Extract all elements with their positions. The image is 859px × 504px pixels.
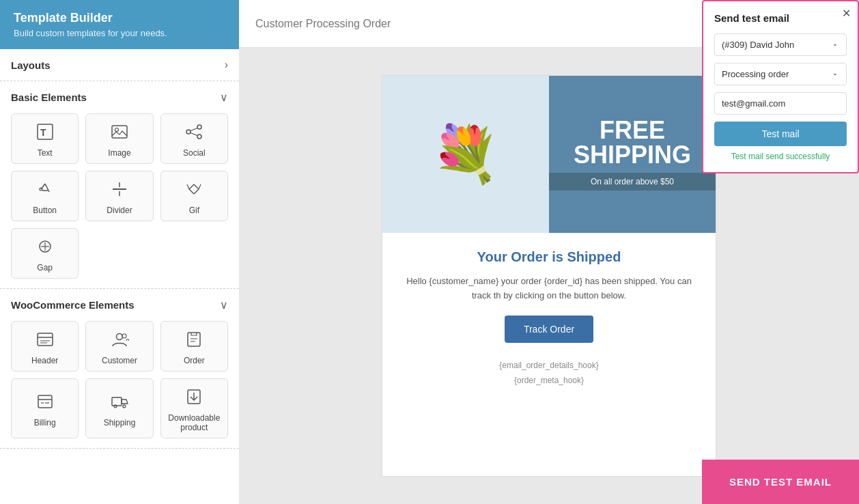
woo-order-icon bbox=[184, 330, 203, 352]
divider-element-icon bbox=[110, 180, 129, 201]
email-body-text: Hello {customer_name} your order {order_… bbox=[403, 275, 695, 303]
basic-elements-chevron-icon: ∨ bbox=[220, 91, 228, 104]
email-canvas: 💐 FREE SHIPPING On all order above $50 Y… bbox=[382, 75, 716, 477]
svg-text:T: T bbox=[40, 127, 46, 138]
woo-billing-label: Billing bbox=[34, 418, 56, 428]
woo-header-label: Header bbox=[31, 356, 58, 365]
order-type-select[interactable]: Processing order Completed order Cancell… bbox=[714, 63, 847, 85]
woo-customer[interactable]: Customer bbox=[85, 321, 153, 372]
send-test-panel-wrapper: ✕ Send test email (#309) David John (#31… bbox=[702, 0, 859, 504]
layouts-arrow-icon: › bbox=[225, 59, 228, 71]
svg-rect-2 bbox=[112, 126, 127, 138]
woo-shipping-label: Shipping bbox=[104, 418, 136, 428]
svg-point-36 bbox=[114, 405, 117, 408]
gif-element-icon bbox=[184, 180, 203, 201]
basic-elements-section: Basic Elements ∨ T Text bbox=[0, 81, 239, 289]
woo-billing-icon bbox=[36, 392, 55, 414]
woo-billing[interactable]: Billing bbox=[11, 378, 79, 438]
vase-image: 💐 bbox=[432, 122, 500, 186]
button-element-label: Button bbox=[33, 206, 57, 215]
woo-section-header[interactable]: WooCommerce Elements ∨ bbox=[11, 298, 228, 311]
text-element-label: Text bbox=[38, 148, 53, 158]
offer-text: On all order above $50 bbox=[549, 173, 716, 191]
image-element-label: Image bbox=[108, 148, 130, 158]
send-test-email-cta[interactable]: SEND TEST EMAIL bbox=[702, 460, 859, 504]
woo-shipping[interactable]: Shipping bbox=[85, 378, 153, 438]
element-image[interactable]: Image bbox=[85, 113, 153, 164]
woo-order-label: Order bbox=[184, 356, 205, 365]
test-mail-button[interactable]: Test mail bbox=[714, 122, 847, 146]
element-gap[interactable]: Gap bbox=[11, 228, 79, 279]
svg-line-16 bbox=[194, 189, 199, 194]
element-button[interactable]: Button bbox=[11, 171, 79, 221]
woo-elements-grid: Header Customer bbox=[11, 321, 228, 438]
image-element-icon bbox=[110, 122, 129, 144]
main-content: Preview 💐 FREE SHIPPING On bbox=[239, 0, 859, 504]
basic-elements-grid: T Text Image bbox=[11, 113, 228, 279]
element-text[interactable]: T Text bbox=[11, 113, 79, 164]
woo-header[interactable]: Header bbox=[11, 321, 79, 372]
test-email-input[interactable] bbox=[714, 92, 847, 115]
svg-line-18 bbox=[199, 184, 201, 189]
woo-customer-label: Customer bbox=[102, 356, 137, 365]
woo-elements-chevron-icon: ∨ bbox=[220, 298, 228, 311]
hook-1: {email_order_details_hook} bbox=[403, 361, 695, 370]
sidebar-title: Template Builder bbox=[14, 11, 225, 25]
woo-downloadable[interactable]: Downloadable product bbox=[160, 378, 228, 438]
svg-point-26 bbox=[116, 334, 122, 340]
svg-rect-28 bbox=[188, 333, 200, 346]
woo-downloadable-icon bbox=[184, 387, 203, 409]
social-element-icon bbox=[184, 122, 203, 144]
svg-line-15 bbox=[189, 189, 194, 194]
gap-element-label: Gap bbox=[37, 263, 53, 272]
svg-line-13 bbox=[189, 184, 194, 189]
woocommerce-section: WooCommerce Elements ∨ Header bbox=[0, 289, 239, 449]
woo-downloadable-label: Downloadable product bbox=[165, 413, 223, 432]
svg-point-5 bbox=[197, 135, 201, 139]
svg-point-37 bbox=[123, 405, 126, 408]
email-banner-right: FREE SHIPPING On all order above $50 bbox=[549, 76, 716, 233]
woo-header-icon bbox=[36, 330, 55, 352]
send-test-panel: ✕ Send test email (#309) David John (#31… bbox=[702, 0, 859, 173]
email-banner: 💐 FREE SHIPPING On all order above $50 bbox=[382, 76, 716, 233]
layouts-section: Layouts › bbox=[0, 49, 239, 81]
sidebar-header: Template Builder Build custom templates … bbox=[0, 0, 239, 49]
svg-point-4 bbox=[197, 125, 201, 129]
sidebar-subtitle: Build custom templates for your needs. bbox=[14, 28, 225, 38]
woo-order[interactable]: Order bbox=[160, 321, 228, 372]
svg-rect-31 bbox=[38, 395, 52, 408]
basic-elements-label: Basic Elements bbox=[11, 92, 87, 103]
free-text: FREE bbox=[600, 118, 665, 143]
svg-rect-22 bbox=[38, 333, 53, 346]
panel-title: Send test email bbox=[714, 12, 847, 24]
woo-shipping-icon bbox=[110, 392, 129, 414]
basic-elements-header[interactable]: Basic Elements ∨ bbox=[11, 91, 228, 104]
element-divider[interactable]: Divider bbox=[85, 171, 153, 221]
button-element-icon bbox=[36, 180, 55, 201]
email-heading: Your Order is Shipped bbox=[403, 249, 695, 265]
gap-element-icon bbox=[36, 237, 55, 259]
hook-2: {order_meta_hook} bbox=[403, 376, 695, 385]
svg-line-14 bbox=[194, 184, 199, 189]
layouts-label: Layouts bbox=[11, 59, 51, 71]
social-element-label: Social bbox=[183, 148, 206, 158]
gif-element-label: Gif bbox=[189, 206, 199, 215]
email-body: Your Order is Shipped Hello {customer_na… bbox=[382, 233, 716, 407]
svg-point-9 bbox=[40, 188, 42, 191]
divider-element-label: Divider bbox=[107, 206, 132, 215]
svg-rect-35 bbox=[112, 397, 122, 406]
track-order-button[interactable]: Track Order bbox=[505, 316, 593, 343]
layouts-section-header[interactable]: Layouts › bbox=[11, 59, 228, 71]
element-gif[interactable]: Gif bbox=[160, 171, 228, 221]
close-panel-button[interactable]: ✕ bbox=[842, 7, 851, 20]
sidebar: Template Builder Build custom templates … bbox=[0, 0, 239, 504]
template-name-input[interactable] bbox=[255, 18, 426, 30]
customer-select[interactable]: (#309) David John (#310) Jane Smith bbox=[714, 33, 847, 56]
success-message: Test mail send successfully bbox=[714, 152, 847, 161]
element-social[interactable]: Social bbox=[160, 113, 228, 164]
svg-line-17 bbox=[187, 184, 189, 189]
svg-point-6 bbox=[186, 130, 191, 134]
svg-line-7 bbox=[191, 128, 197, 131]
svg-line-8 bbox=[191, 133, 197, 136]
email-banner-left: 💐 bbox=[382, 76, 549, 233]
